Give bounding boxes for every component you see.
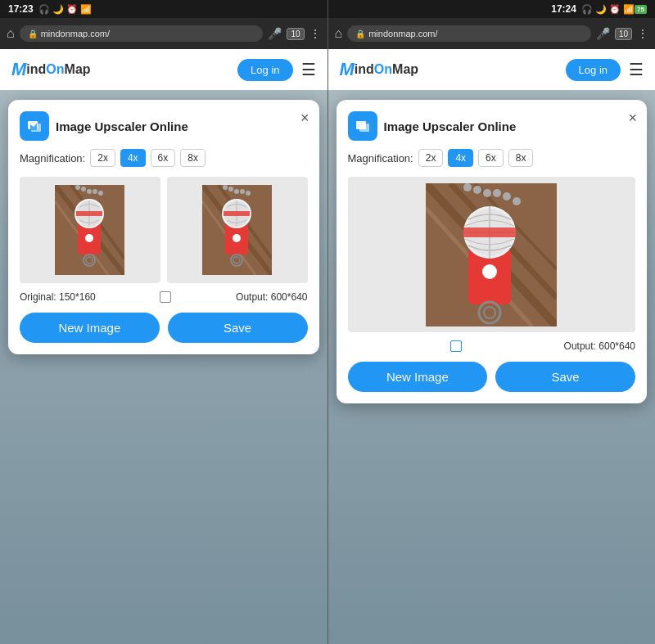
mag-label-right: Magnification: bbox=[348, 152, 413, 164]
svg-point-9 bbox=[81, 187, 86, 191]
svg-point-28 bbox=[223, 185, 228, 190]
tab-badge-left[interactable]: 10 bbox=[287, 28, 304, 40]
svg-point-50 bbox=[463, 183, 472, 191]
time-right: 17:24 bbox=[551, 3, 576, 15]
tool-icon-right bbox=[348, 111, 377, 141]
image-info-row-left: Original: 150*160 Output: 600*640 bbox=[20, 291, 308, 303]
status-bar-left: 17:23 🎧 🌙 ⏰ 📶 bbox=[0, 0, 328, 18]
mic-icon-left[interactable]: 🎤 bbox=[268, 27, 282, 40]
checkbox-left[interactable] bbox=[160, 291, 171, 303]
url-bar-left[interactable]: 🔒 mindonmap.com/ bbox=[20, 25, 264, 42]
logo-rest-right: indOnMap bbox=[355, 62, 418, 77]
modal-title-right: Image Upscaler Online bbox=[384, 119, 517, 133]
modal-title-left: Image Upscaler Online bbox=[56, 119, 188, 133]
svg-point-53 bbox=[513, 197, 521, 205]
new-image-btn-right[interactable]: New Image bbox=[348, 362, 488, 392]
mag-row-right: Magnification: 2x 4x 6x 8x bbox=[348, 149, 636, 167]
images-row-left bbox=[20, 177, 308, 283]
mag-btn-8x-left[interactable]: 8x bbox=[180, 149, 206, 167]
status-bar-split: 17:23 🎧 🌙 ⏰ 📶 17:24 🎧 🌙 ⏰ 📶 75 bbox=[0, 0, 655, 18]
svg-rect-59 bbox=[463, 227, 516, 237]
home-icon-left[interactable]: ⌂ bbox=[7, 26, 15, 41]
svg-point-37 bbox=[233, 234, 241, 242]
svg-point-27 bbox=[228, 187, 233, 191]
mag-btn-6x-left[interactable]: 6x bbox=[151, 149, 176, 167]
url-text-right: mindonmap.com/ bbox=[368, 29, 437, 38]
lock-icon-right: 🔒 bbox=[355, 29, 365, 38]
modal-area-right: Image Upscaler Online × Magnification: 2… bbox=[328, 90, 656, 644]
header-right-left: Log in ☰ bbox=[237, 59, 315, 81]
logo-m-right: M bbox=[340, 59, 355, 80]
svg-rect-36 bbox=[224, 211, 250, 216]
url-text-left: mindonmap.com/ bbox=[41, 29, 110, 38]
svg-point-10 bbox=[75, 185, 80, 190]
address-bar-right: ⌂ 🔒 mindonmap.com/ 🎤 10 ⋮ bbox=[328, 18, 656, 49]
image-info-row-right: Output: 600*640 bbox=[348, 340, 636, 352]
original-image-left bbox=[20, 177, 160, 283]
url-bar-right[interactable]: 🔒 mindonmap.com/ bbox=[347, 25, 591, 42]
svg-rect-42 bbox=[359, 124, 369, 132]
svg-point-12 bbox=[98, 191, 103, 196]
save-btn-right[interactable]: Save bbox=[495, 362, 635, 392]
header-right-right: Log in ☰ bbox=[566, 59, 644, 81]
tab-badge-right[interactable]: 10 bbox=[615, 28, 632, 40]
mag-btn-2x-right[interactable]: 2x bbox=[418, 149, 444, 167]
mag-row-left: Magnification: 2x 4x 6x 8x bbox=[20, 149, 308, 167]
site-header-left: M indOnMap Log in ☰ bbox=[0, 49, 328, 90]
checkbox-right[interactable] bbox=[450, 340, 462, 352]
mag-btn-4x-right[interactable]: 4x bbox=[448, 149, 473, 167]
website-area-left: M indOnMap Log in ☰ bbox=[0, 49, 328, 644]
logo-rest-left: indOnMap bbox=[26, 62, 90, 77]
new-image-btn-left[interactable]: New Image bbox=[20, 313, 160, 343]
logo-right: M indOnMap bbox=[340, 59, 419, 80]
svg-point-8 bbox=[87, 189, 92, 194]
close-btn-left[interactable]: × bbox=[300, 110, 309, 127]
output-label-left: Output: 600*640 bbox=[236, 291, 307, 303]
site-header-right: M indOnMap Log in ☰ bbox=[328, 49, 656, 90]
split-container: ⌂ 🔒 mindonmap.com/ 🎤 10 ⋮ M indOnMap Log… bbox=[0, 18, 655, 644]
checkbox-area-right bbox=[450, 340, 462, 352]
svg-rect-18 bbox=[76, 211, 102, 216]
status-icons-left: 🎧 🌙 ⏰ 📶 bbox=[38, 4, 92, 15]
svg-point-49 bbox=[473, 186, 481, 194]
more-icon-left[interactable]: ⋮ bbox=[309, 27, 321, 40]
close-btn-right[interactable]: × bbox=[628, 110, 637, 127]
save-btn-left[interactable]: Save bbox=[168, 313, 308, 343]
single-image-right bbox=[348, 177, 636, 332]
mic-icon-right[interactable]: 🎤 bbox=[596, 27, 610, 40]
svg-point-26 bbox=[234, 189, 239, 194]
mag-btn-8x-right[interactable]: 8x bbox=[508, 149, 534, 167]
login-btn-right[interactable]: Log in bbox=[566, 59, 621, 81]
modal-area-left: Image Upscaler Online × Magnification: 2… bbox=[0, 90, 328, 644]
svg-point-60 bbox=[482, 264, 497, 279]
svg-point-52 bbox=[503, 192, 511, 200]
svg-point-11 bbox=[93, 189, 97, 194]
modal-card-right: Image Upscaler Online × Magnification: 2… bbox=[337, 100, 648, 403]
mag-btn-6x-right[interactable]: 6x bbox=[478, 149, 504, 167]
login-btn-left[interactable]: Log in bbox=[237, 59, 292, 81]
status-bar-right: 17:24 🎧 🌙 ⏰ 📶 75 bbox=[328, 0, 656, 18]
modal-header-right: Image Upscaler Online × bbox=[348, 111, 636, 141]
svg-point-29 bbox=[240, 189, 245, 194]
hamburger-left[interactable]: ☰ bbox=[301, 60, 316, 79]
action-row-right: New Image Save bbox=[348, 362, 636, 392]
output-image-left bbox=[167, 177, 308, 283]
modal-header-left: Image Upscaler Online × bbox=[20, 111, 308, 141]
home-icon-right[interactable]: ⌂ bbox=[335, 26, 343, 41]
output-label-right: Output: 600*640 bbox=[564, 340, 635, 352]
hamburger-right[interactable]: ☰ bbox=[629, 60, 644, 79]
right-panel: ⌂ 🔒 mindonmap.com/ 🎤 10 ⋮ M indOnMap Log… bbox=[328, 18, 656, 644]
modal-card-left: Image Upscaler Online × Magnification: 2… bbox=[8, 100, 319, 354]
mag-btn-4x-left[interactable]: 4x bbox=[120, 149, 146, 167]
single-image-row-right bbox=[348, 177, 636, 332]
more-icon-right[interactable]: ⋮ bbox=[637, 27, 648, 40]
left-panel: ⌂ 🔒 mindonmap.com/ 🎤 10 ⋮ M indOnMap Log… bbox=[0, 18, 328, 644]
time-left: 17:23 bbox=[8, 3, 34, 15]
action-row-left: New Image Save bbox=[20, 313, 308, 343]
svg-point-30 bbox=[246, 191, 251, 196]
lock-icon-left: 🔒 bbox=[28, 29, 38, 38]
status-icons-right: 🎧 🌙 ⏰ 📶 bbox=[581, 4, 635, 15]
mag-btn-2x-left[interactable]: 2x bbox=[90, 149, 115, 167]
logo-left: M indOnMap bbox=[11, 59, 91, 80]
checkbox-area-left bbox=[160, 291, 171, 303]
